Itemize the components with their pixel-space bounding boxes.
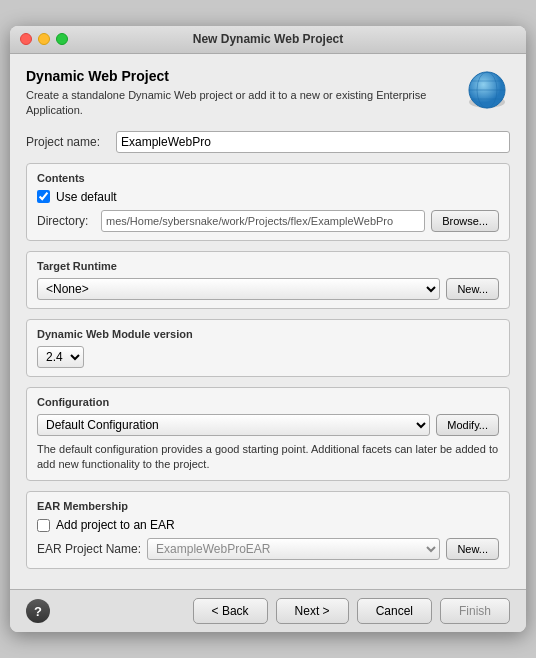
back-button[interactable]: < Back [193, 598, 268, 624]
globe-icon [464, 68, 510, 114]
runtime-new-button[interactable]: New... [446, 278, 499, 300]
use-default-checkbox[interactable] [37, 190, 50, 203]
project-name-row: Project name: [26, 131, 510, 153]
finish-button[interactable]: Finish [440, 598, 510, 624]
header-section: Dynamic Web Project Create a standalone … [26, 68, 510, 119]
web-module-section: Dynamic Web Module version 2.4 [26, 319, 510, 377]
ear-title: EAR Membership [37, 500, 499, 512]
ear-checkbox[interactable] [37, 519, 50, 532]
project-name-input[interactable] [116, 131, 510, 153]
footer-buttons: < Back Next > Cancel Finish [193, 598, 510, 624]
directory-label: Directory: [37, 214, 95, 228]
target-runtime-select[interactable]: <None> [37, 278, 440, 300]
browse-button[interactable]: Browse... [431, 210, 499, 232]
ear-section: EAR Membership Add project to an EAR EAR… [26, 491, 510, 569]
configuration-row: Default Configuration Modify... [37, 414, 499, 436]
window-title: New Dynamic Web Project [193, 32, 344, 46]
help-icon: ? [34, 604, 42, 619]
dialog-window: New Dynamic Web Project Dynamic Web Proj… [10, 26, 526, 633]
directory-row: Directory: Browse... [37, 210, 499, 232]
minimize-button[interactable] [38, 33, 50, 45]
maximize-button[interactable] [56, 33, 68, 45]
cancel-button[interactable]: Cancel [357, 598, 432, 624]
header-text: Dynamic Web Project Create a standalone … [26, 68, 446, 119]
ear-checkbox-row: Add project to an EAR [37, 518, 499, 532]
project-name-label: Project name: [26, 135, 116, 149]
configuration-section: Configuration Default Configuration Modi… [26, 387, 510, 482]
configuration-title: Configuration [37, 396, 499, 408]
dialog-footer: ? < Back Next > Cancel Finish [10, 589, 526, 632]
ear-project-name-label: EAR Project Name: [37, 542, 141, 556]
titlebar: New Dynamic Web Project [10, 26, 526, 54]
web-module-select[interactable]: 2.4 [37, 346, 84, 368]
contents-title: Contents [37, 172, 499, 184]
contents-section: Contents Use default Directory: Browse..… [26, 163, 510, 241]
target-runtime-title: Target Runtime [37, 260, 499, 272]
help-button[interactable]: ? [26, 599, 50, 623]
configuration-select[interactable]: Default Configuration [37, 414, 430, 436]
close-button[interactable] [20, 33, 32, 45]
ear-new-button[interactable]: New... [446, 538, 499, 560]
use-default-row: Use default [37, 190, 499, 204]
page-description: Create a standalone Dynamic Web project … [26, 88, 446, 119]
ear-name-row: EAR Project Name: ExampleWebProEAR New..… [37, 538, 499, 560]
ear-checkbox-label: Add project to an EAR [56, 518, 175, 532]
target-runtime-section: Target Runtime <None> New... [26, 251, 510, 309]
next-button[interactable]: Next > [276, 598, 349, 624]
dialog-content: Dynamic Web Project Create a standalone … [10, 54, 526, 590]
ear-project-name-select[interactable]: ExampleWebProEAR [147, 538, 440, 560]
configuration-description: The default configuration provides a goo… [37, 442, 499, 473]
use-default-label: Use default [56, 190, 117, 204]
modify-button[interactable]: Modify... [436, 414, 499, 436]
directory-input[interactable] [101, 210, 425, 232]
target-runtime-row: <None> New... [37, 278, 499, 300]
web-module-title: Dynamic Web Module version [37, 328, 499, 340]
traffic-lights [20, 33, 68, 45]
page-title: Dynamic Web Project [26, 68, 446, 84]
